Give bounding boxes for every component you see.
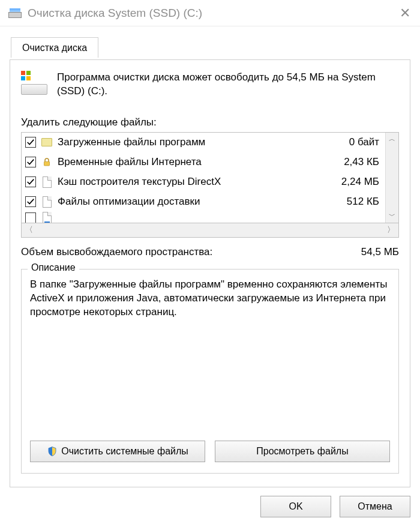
file-size: 0 байт <box>349 136 380 148</box>
list-item[interactable]: Загруженные файлы программ 0 байт <box>22 133 385 152</box>
lock-icon <box>41 155 53 169</box>
checkbox[interactable] <box>25 212 36 223</box>
list-item[interactable]: Файлы оптимизации доставки 512 КБ <box>22 192 385 212</box>
scroll-right-icon[interactable]: 〉 <box>387 224 395 235</box>
titlebar: Очистка диска System (SSD) (C:) ✕ <box>0 0 420 26</box>
checkbox[interactable] <box>25 157 36 167</box>
file-icon <box>41 212 53 223</box>
list-item[interactable] <box>22 212 385 223</box>
folder-icon <box>41 136 53 149</box>
shield-icon <box>47 446 58 457</box>
scroll-down-icon[interactable]: ﹀ <box>386 209 398 223</box>
svg-rect-0 <box>44 162 50 166</box>
vertical-scrollbar[interactable]: ︿ ﹀ <box>385 133 398 223</box>
file-icon <box>41 195 53 208</box>
drive-icon <box>21 71 47 95</box>
files-list[interactable]: Загруженные файлы программ 0 байт Времен… <box>21 132 399 223</box>
intro-text: Программа очистки диска может освободить… <box>57 71 399 98</box>
file-name: Файлы оптимизации доставки <box>58 196 342 208</box>
cancel-button[interactable]: Отмена <box>340 496 410 517</box>
tab-disk-cleanup[interactable]: Очистка диска <box>11 37 98 58</box>
description-group: Описание В папке "Загруженные файлы прог… <box>21 269 399 474</box>
window-title: Очистка диска System (SSD) (C:) <box>28 7 202 20</box>
file-size: 2,24 МБ <box>341 176 380 188</box>
freed-space-value: 54,5 МБ <box>361 246 399 258</box>
file-size: 2,43 КБ <box>344 156 380 168</box>
close-button[interactable]: ✕ <box>396 5 414 21</box>
checkbox[interactable] <box>25 137 36 148</box>
files-list-label: Удалить следующие файлы: <box>21 116 399 128</box>
description-title: Описание <box>28 262 79 273</box>
ok-button[interactable]: OK <box>260 496 331 517</box>
drive-cleanup-icon <box>8 8 22 18</box>
list-item[interactable]: Временные файлы Интернета 2,43 КБ <box>22 152 385 172</box>
clean-system-files-button[interactable]: Очистить системные файлы <box>30 441 205 462</box>
file-name: Временные файлы Интернета <box>58 156 339 168</box>
scroll-left-icon[interactable]: 〈 <box>25 224 33 235</box>
checkbox[interactable] <box>25 196 36 207</box>
tab-panel: Программа очистки диска может освободить… <box>10 59 410 487</box>
description-text: В папке "Загруженные файлы программ" вре… <box>30 278 390 432</box>
checkbox[interactable] <box>25 176 36 187</box>
freed-space-label: Объем высвобождаемого пространства: <box>21 246 361 258</box>
horizontal-scrollbar[interactable]: 〈 〉 <box>21 223 399 238</box>
list-item[interactable]: Кэш построителя текстуры DirectX 2,24 МБ <box>22 172 385 192</box>
file-size: 512 КБ <box>347 196 380 208</box>
file-name: Кэш построителя текстуры DirectX <box>58 176 337 188</box>
file-name: Загруженные файлы программ <box>58 136 344 148</box>
scroll-up-icon[interactable]: ︿ <box>386 133 398 146</box>
view-files-button[interactable]: Просмотреть файлы <box>215 441 390 462</box>
file-icon <box>41 175 53 188</box>
